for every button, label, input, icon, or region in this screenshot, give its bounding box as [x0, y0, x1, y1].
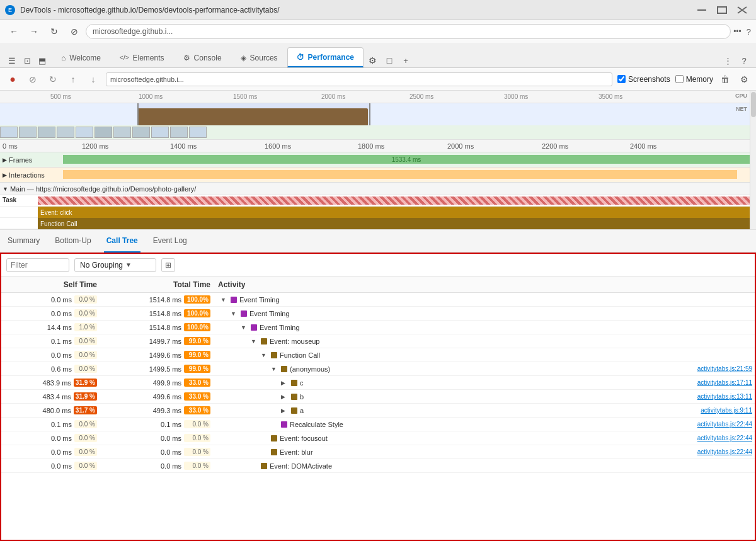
perf-settings-button[interactable]: ⚙ [737, 72, 751, 86]
window-close-icon[interactable] [736, 6, 748, 14]
screenshots-checkbox-input[interactable] [617, 75, 626, 83]
activity-link[interactable]: activitytabs.js:22:44 [697, 435, 755, 441]
devtools-tabs: ☰ ⊡ ⬒ ⌂ Welcome </> Elements ⚙ Console ◈… [0, 43, 756, 68]
devtools-more-button: ⋮ ? [721, 54, 751, 67]
self-time-ms: 483.4 ms [40, 393, 71, 401]
forward-button[interactable]: → [25, 23, 43, 40]
activity-expand-icon[interactable]: ▶ [281, 380, 289, 386]
cell-self-time: 0.0 ms0.0 % [1, 309, 102, 317]
activity-expand-icon[interactable]: ▼ [271, 366, 278, 372]
activity-name: a [300, 407, 698, 414]
cell-self-time: 0.0 ms0.0 % [1, 448, 102, 456]
filter-input[interactable] [6, 258, 69, 272]
grouping-select[interactable]: No Grouping ▼ [74, 258, 156, 272]
total-time-pct: 99.0 % [184, 365, 210, 373]
tab-sources[interactable]: ◈ Sources [231, 47, 287, 67]
cell-activity: Recalculate Styleactivitytabs.js:22:44 [215, 421, 755, 428]
activity-link[interactable]: activitytabs.js:13:11 [697, 393, 755, 400]
address-bar[interactable] [86, 24, 731, 39]
record-button[interactable]: ● [5, 72, 20, 87]
tab-performance-label: Performance [308, 53, 354, 62]
call-tree-table-header: Self Time Total Time Activity [1, 276, 755, 293]
add-tab-button[interactable]: + [399, 54, 413, 67]
upload-button[interactable]: ↑ [66, 72, 81, 87]
activity-expand-icon[interactable]: ▼ [231, 310, 238, 317]
tab-sources-label: Sources [250, 54, 278, 62]
tab-event-log[interactable]: Event Log [151, 230, 190, 253]
activity-color-box [271, 449, 277, 455]
cell-self-time: 483.9 ms31.9 % [1, 379, 102, 387]
focus-icon[interactable]: ⊞ [161, 258, 175, 272]
trash-button[interactable]: 🗑 [718, 72, 732, 86]
timeline-overview-chart[interactable]: NET [0, 103, 750, 140]
detail-ruler: 0 ms 1200 ms 1400 ms 1600 ms 1800 ms 200… [0, 140, 750, 152]
ruler-tick-3500: 3500 ms [598, 93, 622, 100]
activity-link[interactable]: activitytabs.js:9:11 [701, 407, 755, 414]
memory-checkbox-input[interactable] [675, 75, 684, 83]
activity-expand-icon[interactable]: ▼ [220, 297, 228, 303]
cell-self-time: 0.0 ms0.0 % [1, 295, 102, 304]
self-time-pct: 31.7 % [74, 406, 97, 414]
activity-link[interactable]: activitytabs.js:21:59 [697, 365, 755, 372]
detail-tick-1600ms: 1600 ms [265, 142, 291, 150]
cell-total-time: 499.6 ms33.0 % [102, 392, 215, 401]
reload-button[interactable]: ↻ [45, 23, 63, 40]
tab-call-tree[interactable]: Call Tree [104, 230, 140, 253]
activity-expand-icon[interactable]: ▼ [261, 352, 268, 358]
timeline-scroll-thumb[interactable] [751, 92, 756, 117]
activity-expand-icon[interactable]: ▼ [251, 338, 258, 345]
dock-button[interactable]: □ [382, 54, 396, 67]
main-expand-icon[interactable]: ▼ [3, 186, 8, 192]
memory-checkbox[interactable]: Memory [675, 75, 713, 84]
download-button[interactable]: ↓ [86, 72, 101, 87]
window-maximize-icon[interactable] [716, 6, 728, 14]
cell-total-time: 0.0 ms0.0 % [102, 434, 215, 442]
profile-url[interactable] [106, 72, 612, 86]
total-time-pct: 100.0% [184, 323, 210, 331]
help-button[interactable]: ? [747, 27, 751, 37]
window-minimize-icon[interactable] [696, 6, 708, 14]
self-time-ms: 0.0 ms [40, 435, 72, 442]
back-button[interactable]: ← [5, 23, 23, 40]
table-row: 0.0 ms0.0 %1514.8 ms100.0%▼Event Timing [1, 307, 755, 321]
activity-expand-icon[interactable]: ▶ [281, 394, 289, 400]
tab-elements[interactable]: </> Elements [110, 47, 174, 67]
activity-link[interactable]: activitytabs.js:22:44 [697, 421, 755, 428]
tab-bottom-up[interactable]: Bottom-Up [52, 230, 93, 253]
clear-button[interactable]: ↻ [45, 72, 60, 87]
table-row: 0.0 ms0.0 %1499.6 ms99.0 %▼Function Call [1, 348, 755, 362]
grouping-chevron-icon: ▼ [125, 261, 132, 268]
activity-link[interactable]: activitytabs.js:22:44 [697, 448, 755, 455]
activity-expand-icon[interactable]: ▶ [281, 407, 289, 414]
activity-link[interactable]: activitytabs.js:17:11 [697, 379, 755, 386]
tab-console-label: Console [194, 54, 222, 62]
timeline-scrollbar[interactable] [750, 91, 756, 229]
svg-rect-1 [718, 7, 726, 13]
tab-console[interactable]: ⚙ Console [174, 47, 231, 67]
activity-color-box [271, 352, 277, 358]
tab-summary[interactable]: Summary [5, 230, 42, 253]
devtools-dock-button[interactable]: ⊡ [20, 54, 34, 67]
interactions-expand-icon[interactable]: ▶ [3, 172, 7, 178]
devtools-toggle-button[interactable]: ☰ [5, 54, 19, 67]
elements-tab-icon: </> [120, 54, 129, 61]
settings-gear-button[interactable]: ⚙ [366, 54, 380, 67]
frames-expand-icon[interactable]: ▶ [3, 157, 7, 163]
cell-activity: ▼Event Timing [215, 296, 755, 304]
more-tools-button[interactable]: ••• [733, 27, 742, 36]
self-time-ms: 0.0 ms [40, 351, 72, 359]
stop-button[interactable]: ⊘ [66, 23, 83, 40]
tab-welcome[interactable]: ⌂ Welcome [52, 47, 110, 67]
screenshots-checkbox[interactable]: Screenshots [617, 75, 670, 84]
devtools-undock-button[interactable]: ⬒ [35, 54, 49, 67]
tab-performance[interactable]: ⏱ Performance [287, 47, 364, 67]
tab-welcome-label: Welcome [69, 54, 101, 62]
stop-record-button[interactable]: ⊘ [25, 72, 40, 87]
activity-expand-icon[interactable]: ▼ [241, 324, 248, 331]
help-devtools-button[interactable]: ? [737, 54, 751, 67]
total-time-ms: 1514.8 ms [140, 296, 181, 304]
cell-total-time: 0.0 ms0.0 % [102, 448, 215, 456]
total-time-ms: 0.0 ms [140, 435, 181, 442]
more-tabs-button[interactable]: ⋮ [721, 54, 735, 67]
cell-total-time: 1499.5 ms99.0 % [102, 365, 215, 373]
